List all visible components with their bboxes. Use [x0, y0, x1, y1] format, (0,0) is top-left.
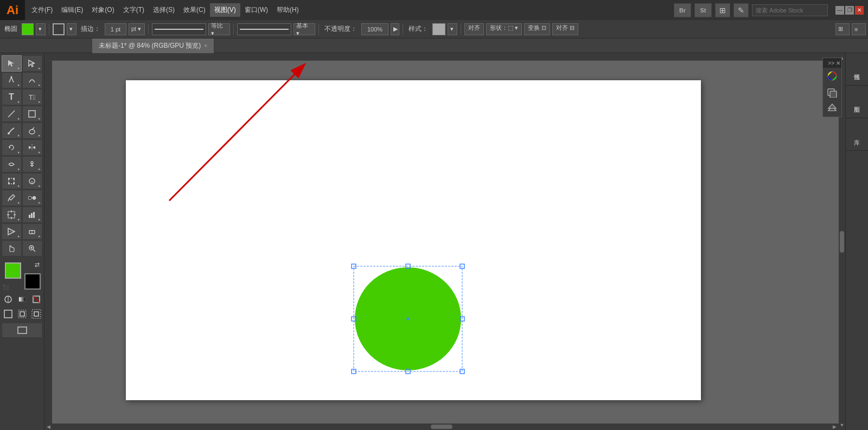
- v-scroll-thumb[interactable]: [840, 231, 844, 253]
- layer-comp-button[interactable]: [824, 100, 841, 117]
- top-ruler: [44, 53, 839, 61]
- h-scroll-thumb[interactable]: [431, 425, 452, 429]
- title-bar-right: Br St ⊞ ✎ — ❐ ✕: [674, 3, 868, 17]
- type-tool[interactable]: T ▸: [2, 89, 22, 105]
- draw-outside-button[interactable]: [30, 308, 42, 320]
- stroke-value-input[interactable]: [105, 23, 126, 35]
- panel-toggle-1[interactable]: ⊞: [835, 23, 850, 35]
- direct-select-tool[interactable]: ▸: [22, 55, 42, 72]
- select-tool[interactable]: ▸: [2, 55, 22, 72]
- rotate-tool[interactable]: ▸: [2, 139, 22, 156]
- style-dropdown[interactable]: ▾: [448, 23, 457, 35]
- svg-point-10: [31, 162, 33, 164]
- panel-toggle-2[interactable]: ≡: [852, 23, 866, 35]
- restore-button[interactable]: ❐: [845, 6, 854, 15]
- line-style-dropdown[interactable]: 等比 ▾: [208, 23, 230, 35]
- eraser-tool[interactable]: ▸: [22, 223, 42, 240]
- menu-help[interactable]: 帮助(H): [272, 3, 303, 17]
- paintbrush-tool[interactable]: ▸: [2, 123, 22, 139]
- menu-edit[interactable]: 编辑(E): [57, 3, 87, 17]
- minimize-button[interactable]: —: [835, 6, 844, 15]
- menu-object[interactable]: 对象(O): [87, 3, 118, 17]
- reset-colors-button[interactable]: ⬛: [3, 285, 9, 290]
- warp-tool[interactable]: ▸: [2, 156, 22, 172]
- color-mode-button[interactable]: [2, 293, 14, 305]
- screen-mode-button[interactable]: [2, 323, 42, 338]
- reflect-tool[interactable]: ▸: [22, 139, 42, 156]
- menu-effect[interactable]: 效果(C): [179, 3, 210, 17]
- svg-line-37: [33, 249, 35, 252]
- svg-rect-14: [8, 178, 10, 179]
- library-panel-button[interactable]: 库: [846, 118, 868, 151]
- menu-file[interactable]: 文件(F): [27, 3, 57, 17]
- line-style-preview[interactable]: [152, 23, 206, 35]
- type-touch-tool[interactable]: T⃝ ▸: [22, 89, 42, 105]
- hand-tool[interactable]: [2, 240, 22, 256]
- document-tab[interactable]: 未标题-1* @ 84% (RGB/GPU 预览) ×: [92, 38, 214, 53]
- shape-button[interactable]: 形状：⬚ ▾: [486, 23, 522, 35]
- transform-button[interactable]: 变换 ⊡: [524, 23, 550, 35]
- mini-panel-collapse[interactable]: >>: [828, 60, 834, 66]
- blend-tool[interactable]: ▸: [22, 190, 42, 206]
- curvature-tool[interactable]: ▸: [22, 72, 42, 88]
- ellipse-container[interactable]: [348, 262, 468, 377]
- stroke-dropdown[interactable]: ▾: [67, 23, 76, 35]
- type-tools-row: T ▸ T⃝ ▸: [2, 89, 43, 105]
- zoom-tool[interactable]: [22, 240, 42, 256]
- puppet-warp-tool[interactable]: ▸: [22, 156, 42, 172]
- mini-panel-close[interactable]: ✕: [836, 60, 840, 66]
- menu-select[interactable]: 选择(S): [149, 3, 179, 17]
- opacity-input[interactable]: [361, 23, 388, 35]
- draw-inside-button[interactable]: [16, 308, 28, 320]
- h-scrollbar[interactable]: ◀ ▶: [44, 423, 839, 430]
- style-label: 样式：: [406, 24, 430, 34]
- pen-button[interactable]: ✎: [733, 3, 749, 17]
- symbol-tool[interactable]: s ▸: [22, 173, 42, 189]
- tab-bar: 未标题-1* @ 84% (RGB/GPU 预览) ×: [0, 38, 868, 53]
- artboard-tool[interactable]: ▸: [2, 207, 22, 223]
- none-mode-button[interactable]: [30, 293, 42, 305]
- rect-tool[interactable]: ▸: [22, 106, 42, 122]
- gradient-mode-button[interactable]: [16, 293, 28, 305]
- swap-colors-button[interactable]: ⇄: [35, 261, 40, 268]
- tab-close-button[interactable]: ×: [204, 43, 207, 49]
- fill-color-box[interactable]: [22, 23, 34, 35]
- style-preview[interactable]: [432, 23, 445, 35]
- arrange-button[interactable]: 对齐 ⊟: [552, 23, 578, 35]
- align-button[interactable]: 对齐: [464, 23, 484, 35]
- ellipse-svg[interactable]: [348, 262, 468, 376]
- fill-color-swatch[interactable]: [5, 262, 21, 279]
- close-button[interactable]: ✕: [855, 6, 864, 15]
- search-input[interactable]: [752, 4, 828, 16]
- stock-button[interactable]: St: [694, 3, 712, 17]
- slice-tool[interactable]: ▸: [2, 223, 22, 240]
- fill-dropdown[interactable]: ▾: [36, 23, 46, 35]
- menu-bar: 文件(F) 编辑(E) 对象(O) 文字(T) 选择(S) 效果(C) 视图(V…: [25, 3, 674, 17]
- canvas-area[interactable]: ▲ ▼ ◀ ▶: [44, 53, 845, 430]
- color-wheel-button[interactable]: [824, 68, 841, 84]
- line-type-dropdown[interactable]: 基本 ▾: [293, 23, 315, 35]
- stroke-unit-dropdown[interactable]: pt ▾: [129, 23, 145, 35]
- opacity-expand[interactable]: ▶: [391, 23, 399, 35]
- svg-line-7: [32, 127, 34, 130]
- pen-tool[interactable]: ▸: [2, 72, 22, 88]
- eyedropper-tool[interactable]: ▸: [2, 190, 22, 206]
- layers-panel-button[interactable]: 图层: [846, 86, 868, 118]
- workspace-button[interactable]: ⊞: [715, 3, 730, 17]
- stroke-color-swatch[interactable]: [24, 273, 41, 290]
- svg-rect-46: [18, 310, 26, 318]
- free-transform-tool[interactable]: ▸: [2, 173, 22, 189]
- menu-view[interactable]: 视图(V): [210, 3, 240, 17]
- line-type-preview[interactable]: [237, 23, 291, 35]
- bridge-button[interactable]: Br: [674, 3, 691, 17]
- draw-normal-button[interactable]: [2, 308, 14, 320]
- blob-brush-tool[interactable]: ▸: [22, 123, 42, 139]
- stroke-color-box[interactable]: [53, 23, 65, 35]
- menu-text[interactable]: 文字(T): [119, 3, 149, 17]
- properties-panel-button[interactable]: 属性: [846, 53, 868, 86]
- menu-window[interactable]: 窗口(W): [240, 3, 272, 17]
- graph-tool[interactable]: ▸: [22, 207, 42, 223]
- appearance-button[interactable]: [824, 84, 841, 100]
- svg-line-20: [8, 198, 9, 201]
- line-tool[interactable]: ▸: [2, 106, 22, 122]
